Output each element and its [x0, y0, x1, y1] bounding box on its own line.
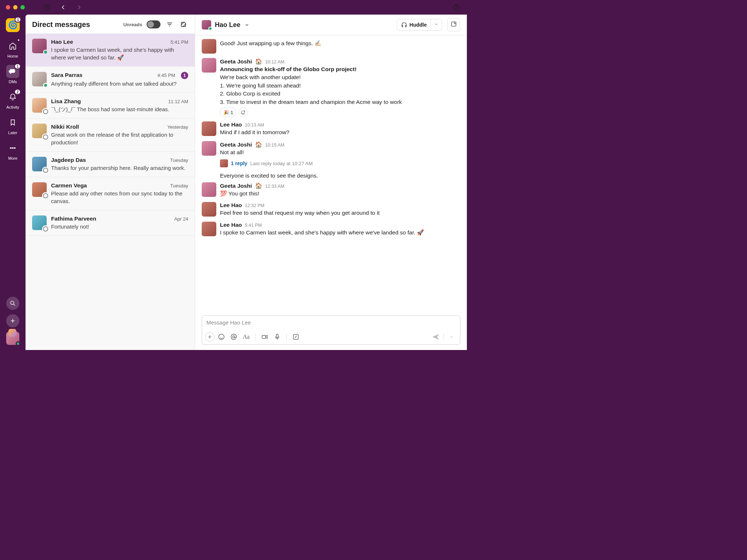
avatar	[202, 39, 216, 54]
emoji-button[interactable]	[216, 331, 227, 342]
avatar	[202, 121, 216, 136]
avatar	[32, 215, 47, 230]
svg-rect-10	[262, 335, 266, 338]
huddle-button[interactable]: Huddle	[397, 19, 431, 31]
message-list[interactable]: Good! Just wrapping up a few things. ✍🏻 …	[195, 35, 467, 313]
dm-item[interactable]: Hao Lee 5:41 PM I spoke to Carmen last w…	[26, 34, 195, 67]
reaction[interactable]: 🎉1	[220, 108, 236, 117]
workspace-badge: 1	[15, 17, 21, 23]
send-options[interactable]	[446, 331, 457, 342]
presence-indicator	[43, 109, 48, 114]
chevron-down-icon	[434, 22, 439, 27]
unread-badge: 1	[181, 72, 188, 79]
message-author[interactable]: Geeta Joshi	[220, 58, 252, 65]
svg-point-5	[11, 301, 14, 304]
titlebar	[0, 0, 467, 15]
dm-preview: Thanks for your partnership here. Really…	[51, 164, 188, 172]
presence-indicator	[43, 168, 48, 173]
dm-time: 5:41 PM	[171, 39, 188, 45]
user-avatar[interactable]	[6, 332, 19, 345]
avatar	[202, 141, 216, 156]
dm-item[interactable]: Carmen Vega Tuesday Please add any other…	[26, 177, 195, 210]
add-reaction-button[interactable]	[239, 108, 248, 117]
workspace-switcher[interactable]: 🌀 1	[6, 18, 20, 32]
rail-item-more[interactable]: More	[0, 139, 26, 163]
message-author[interactable]: Lee Hao	[220, 202, 242, 209]
message-text: 💯 You got this!	[220, 190, 460, 198]
svg-rect-11	[276, 334, 278, 338]
close-window[interactable]	[6, 5, 10, 9]
slash-button[interactable]	[290, 331, 301, 342]
svg-point-3	[12, 148, 13, 149]
emoji-icon	[218, 333, 225, 341]
huddle-menu[interactable]	[431, 19, 442, 31]
rail-item-home[interactable]: Home	[0, 37, 26, 61]
status-emoji: 🏠	[255, 58, 262, 65]
message-author[interactable]: Geeta Joshi	[220, 183, 252, 189]
avatar	[202, 222, 216, 236]
compose-button[interactable]	[179, 20, 188, 29]
status-emoji: 🏠	[255, 141, 262, 148]
dm-item[interactable]: Fathima Parveen Apr 24 Fortunately not!	[26, 210, 195, 236]
dm-name: Sara Parras	[51, 72, 82, 78]
minimize-window[interactable]	[13, 5, 18, 9]
composer-input[interactable]: Message Hao Lee	[202, 316, 460, 329]
formatting-button[interactable]: Aa	[241, 331, 252, 342]
dm-list[interactable]: Hao Lee 5:41 PM I spoke to Carmen last w…	[26, 34, 195, 350]
dm-name: Lisa Zhang	[51, 98, 81, 105]
maximize-window[interactable]	[20, 5, 25, 9]
message-author[interactable]: Lee Hao	[220, 222, 242, 228]
rail-item-dms[interactable]: 1 DMs	[0, 63, 26, 86]
window-controls	[6, 5, 25, 9]
secondary-avatar	[8, 329, 16, 337]
dm-item[interactable]: Sara Parras 4:45 PM 1 Anything really di…	[26, 67, 195, 93]
dm-item[interactable]: Nikki Kroll Yesterday Great work on the …	[26, 118, 195, 152]
send-button[interactable]	[430, 331, 441, 342]
history-icon[interactable]	[42, 3, 52, 12]
search-button[interactable]	[6, 297, 19, 310]
thread-link: 1 reply	[231, 160, 247, 166]
dm-item[interactable]: Lisa Zhang 11:12 AM ¯\_(ツ)_/¯ The boss h…	[26, 93, 195, 118]
conversation-presence	[208, 27, 212, 31]
user-presence-active	[16, 341, 20, 346]
thread-summary[interactable]: 1 reply Last reply today at 10:27 AM	[220, 158, 460, 169]
dm-time: Tuesday	[170, 183, 188, 188]
filter-button[interactable]	[165, 20, 174, 29]
nav-back-icon[interactable]	[58, 3, 68, 12]
mention-button[interactable]	[228, 331, 239, 342]
svg-point-2	[10, 148, 11, 149]
canvas-button[interactable]	[447, 18, 460, 31]
dm-item[interactable]: Jagdeep Das Tuesday Thanks for your part…	[26, 152, 195, 177]
message-time: 12:33 AM	[265, 184, 285, 189]
conversation-avatar	[202, 20, 211, 30]
message-composer[interactable]: Message Hao Lee Aa	[202, 315, 460, 345]
dm-list-panel: Direct messages Unreads Hao Lee 5:41 PM	[26, 15, 195, 350]
avatar	[32, 39, 47, 53]
attach-button[interactable]	[205, 332, 214, 342]
message-text: Mind if I add it in tomorrow?	[220, 128, 460, 136]
dm-preview: Great work on the release of the first a…	[51, 131, 188, 146]
divider	[444, 333, 444, 341]
message-author[interactable]: Geeta Joshi	[220, 141, 252, 148]
dm-name: Fathima Parveen	[51, 215, 96, 222]
create-button[interactable]	[6, 314, 19, 327]
nav-forward-icon[interactable]	[74, 3, 84, 12]
avatar	[32, 182, 47, 197]
dm-time: Tuesday	[170, 158, 188, 163]
audio-button[interactable]	[272, 331, 283, 342]
help-icon[interactable]	[452, 3, 461, 12]
rail-label-dms: DMs	[9, 79, 17, 84]
rail-item-later[interactable]: Later	[0, 114, 26, 137]
rail-item-activity[interactable]: 2 Activity	[0, 88, 26, 112]
message-author[interactable]: Lee Hao	[220, 121, 242, 128]
svg-point-9	[233, 336, 235, 338]
video-button[interactable]	[259, 331, 270, 342]
dm-name: Jagdeep Das	[51, 157, 86, 163]
dm-time: 4:45 PM	[158, 73, 175, 78]
message-text: Announcing the kick-off of the Globo Cor…	[220, 65, 460, 106]
unreads-toggle[interactable]	[147, 20, 160, 28]
conversation-title[interactable]: Hao Lee	[215, 21, 240, 29]
avatar	[202, 58, 216, 73]
chevron-down-icon[interactable]	[244, 22, 250, 28]
message-text: Not at all!	[220, 148, 460, 156]
